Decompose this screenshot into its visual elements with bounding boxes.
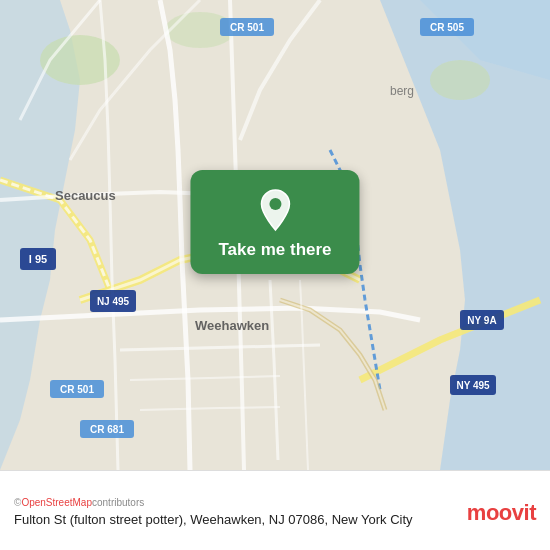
svg-text:CR 501: CR 501	[60, 384, 94, 395]
svg-text:Weehawken: Weehawken	[195, 318, 269, 333]
info-bar: © OpenStreetMap contributors Fulton St (…	[0, 470, 550, 550]
svg-point-2	[430, 60, 490, 100]
moovit-text: moovit	[467, 500, 536, 526]
osm-credit-suffix: contributors	[92, 497, 144, 508]
svg-point-23	[269, 198, 281, 210]
osm-link[interactable]: OpenStreetMap	[21, 497, 92, 508]
svg-text:berg: berg	[390, 84, 414, 98]
svg-text:Secaucus: Secaucus	[55, 188, 116, 203]
osm-credit: © OpenStreetMap contributors	[14, 497, 455, 508]
map-pin-icon	[257, 188, 293, 232]
svg-text:I 95: I 95	[29, 253, 47, 265]
map-container: CR 501 CR 505 I 95 NJ 495 NY 9A NY 495 C…	[0, 0, 550, 470]
svg-text:NY 495: NY 495	[456, 380, 490, 391]
moovit-accent: it	[524, 500, 536, 525]
moovit-logo: moovit	[467, 500, 536, 526]
address-text: Fulton St (fulton street potter), Weehaw…	[14, 512, 455, 529]
svg-text:CR 681: CR 681	[90, 424, 124, 435]
info-left: © OpenStreetMap contributors Fulton St (…	[14, 497, 455, 529]
osm-credit-prefix: ©	[14, 497, 21, 508]
svg-text:NY 9A: NY 9A	[467, 315, 496, 326]
svg-text:NJ 495: NJ 495	[97, 296, 130, 307]
svg-point-1	[40, 35, 120, 85]
svg-text:CR 505: CR 505	[430, 22, 464, 33]
svg-text:CR 501: CR 501	[230, 22, 264, 33]
moovit-prefix: moov	[467, 500, 524, 525]
take-me-there-button[interactable]: Take me there	[190, 170, 359, 274]
take-me-there-label: Take me there	[218, 240, 331, 260]
